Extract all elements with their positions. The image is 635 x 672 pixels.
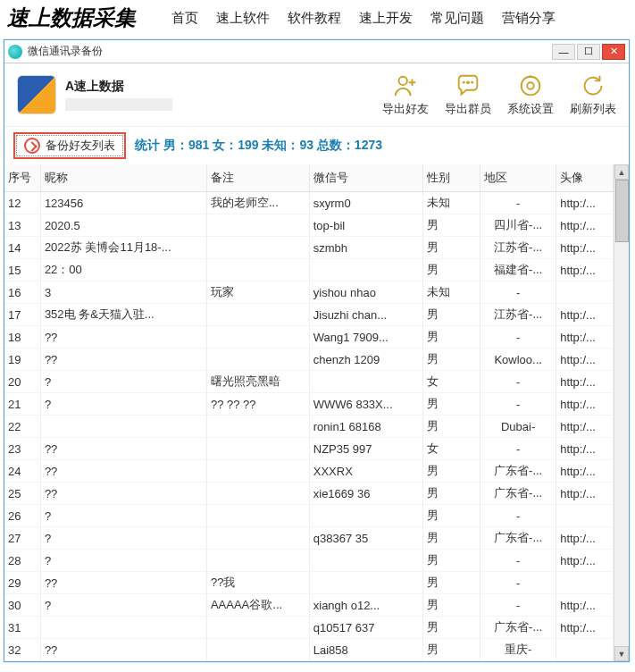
export-friends-button[interactable]: 导出好友 [382, 72, 429, 117]
cell-nick: ? [40, 393, 206, 416]
export-friends-label: 导出好友 [382, 101, 429, 117]
nav-dev[interactable]: 速上开发 [359, 10, 413, 27]
col-avatar[interactable]: 头像 [556, 164, 614, 192]
cell-avatar [556, 505, 614, 527]
minimize-button[interactable]: — [552, 44, 575, 60]
cell-region: - [480, 326, 556, 349]
cell-remark [206, 460, 309, 483]
backup-friends-button[interactable]: 备份好友列表 [13, 132, 126, 159]
svg-point-5 [527, 82, 534, 89]
cell-avatar [556, 572, 614, 594]
col-nickname[interactable]: 昵称 [40, 164, 206, 192]
cell-wxid: yishou nhao [309, 281, 423, 304]
table-row[interactable]: 32??Lai858男重庆- [4, 639, 614, 661]
table-row[interactable]: 22ronin1 68168男Dubai-http:/... [4, 416, 614, 438]
cell-avatar [556, 639, 614, 661]
col-gender[interactable]: 性别 [423, 164, 480, 192]
cell-nick: 22：00 [40, 259, 206, 281]
col-index[interactable]: 序号 [4, 164, 40, 192]
table-row[interactable]: 25??xie1669 36男广东省-...http:/... [4, 483, 614, 505]
cell-nick: ?? [40, 460, 206, 483]
table-row[interactable]: 132020.5top-bil男四川省-...http:/... [4, 214, 614, 237]
table-row[interactable]: 30?AAAAA谷歌...xiangh o12...男-http:/... [4, 594, 614, 617]
cell-wxid: Jisuzhi chan... [309, 304, 423, 326]
col-remark[interactable]: 备注 [206, 164, 309, 192]
settings-button[interactable]: 系统设置 [507, 72, 554, 117]
cell-remark: 曙光照亮黑暗 [206, 371, 309, 393]
export-group-button[interactable]: 导出群员 [445, 72, 491, 117]
cell-gender: 未知 [423, 192, 480, 214]
cell-idx: 22 [4, 416, 40, 438]
cell-wxid: NZP35 997 [309, 438, 423, 460]
cell-avatar: http:/... [556, 349, 614, 371]
cell-gender: 男 [423, 214, 480, 237]
cell-idx: 28 [4, 550, 40, 572]
table-row[interactable]: 24??XXXRX男广东省-...http:/... [4, 460, 614, 483]
nav-tutorial[interactable]: 软件教程 [288, 10, 341, 27]
cell-region: Dubai- [480, 416, 556, 438]
scroll-down-button[interactable]: ▼ [614, 646, 629, 661]
cell-region: - [480, 505, 556, 527]
cell-region: 福建省-... [480, 259, 556, 281]
cell-nick: ?? [40, 572, 206, 594]
table-row[interactable]: 31q10517 637男广东省-...http:/... [4, 617, 614, 639]
cell-region: 广东省-... [480, 483, 556, 505]
nav-faq[interactable]: 常见问题 [430, 10, 484, 27]
maximize-button[interactable]: ☐ [577, 44, 600, 60]
table-row[interactable]: 23??NZP35 997女-http:/... [4, 438, 614, 460]
cell-idx: 17 [4, 304, 40, 326]
table-row[interactable]: 28?男-http:/... [4, 550, 614, 572]
cell-wxid: Lai858 [309, 639, 423, 661]
close-button[interactable]: ✕ [602, 44, 625, 60]
cell-nick: ?? [40, 438, 206, 460]
table-row[interactable]: 12123456我的老师空...sxyrm0未知-http:/... [4, 192, 614, 214]
cell-nick [40, 416, 206, 438]
nav-software[interactable]: 速上软件 [216, 10, 270, 27]
table-row[interactable]: 17352电 务&天猫入驻...Jisuzhi chan...男江苏省-...h… [4, 304, 614, 326]
table-row[interactable]: 19??chenzh 1209男Kowloo...http:/... [4, 349, 614, 371]
cell-nick: ?? [40, 349, 206, 371]
table-row[interactable]: 163玩家yishou nhao未知- [4, 281, 614, 304]
settings-label: 系统设置 [507, 101, 554, 117]
table-row[interactable]: 27?q38367 35男广东省-...http:/... [4, 527, 614, 550]
cell-remark [206, 326, 309, 349]
cell-region: - [480, 572, 556, 594]
app-sub [65, 98, 172, 111]
stats-row: 备份好友列表 统计 男：981 女：199 未知：93 总数：1273 [4, 127, 629, 164]
scroll-up-button[interactable]: ▲ [614, 164, 629, 180]
vertical-scrollbar[interactable]: ▲ ▼ [614, 164, 629, 661]
cell-avatar [556, 281, 614, 304]
svg-point-2 [463, 81, 465, 84]
scroll-thumb[interactable] [615, 180, 629, 242]
cell-avatar: http:/... [556, 259, 614, 281]
table-row[interactable]: 21??? ?? ??WWW6 833X...男-http:/... [4, 393, 614, 416]
app-window: 微信通讯录备份 — ☐ ✕ A速上数据 导出好友 导出群员 系统设置 [4, 39, 630, 662]
cell-wxid: q10517 637 [309, 617, 423, 639]
table-row[interactable]: 1522：00男福建省-...http:/... [4, 259, 614, 281]
col-wxid[interactable]: 微信号 [309, 164, 423, 192]
col-region[interactable]: 地区 [480, 164, 556, 192]
table-row[interactable]: 20?曙光照亮黑暗女-http:/... [4, 371, 614, 393]
cell-gender: 男 [423, 326, 480, 349]
table-row[interactable]: 26?男- [4, 505, 614, 527]
nav-share[interactable]: 营销分享 [502, 10, 556, 27]
cell-avatar: http:/... [556, 304, 614, 326]
cell-gender: 男 [423, 460, 480, 483]
cell-gender: 未知 [423, 281, 480, 304]
cell-idx: 13 [4, 214, 40, 237]
cell-remark [206, 259, 309, 281]
table-row[interactable]: 18??Wang1 7909...男-http:/... [4, 326, 614, 349]
table-row[interactable]: 29????我男- [4, 572, 614, 594]
refresh-button[interactable]: 刷新列表 [570, 72, 616, 117]
cell-gender: 男 [423, 259, 480, 281]
cell-avatar: http:/... [556, 371, 614, 393]
cell-region: 重庆- [480, 639, 556, 661]
cell-remark: ??我 [206, 572, 309, 594]
cell-gender: 男 [423, 393, 480, 416]
cell-gender: 男 [423, 550, 480, 572]
svg-point-4 [522, 77, 540, 96]
window-controls: — ☐ ✕ [552, 44, 625, 60]
table-row[interactable]: 142022苏 美博会11月18-...szmbh男江苏省-...http:/.… [4, 237, 614, 259]
cell-nick: ? [40, 371, 206, 393]
nav-home[interactable]: 首页 [171, 10, 198, 27]
